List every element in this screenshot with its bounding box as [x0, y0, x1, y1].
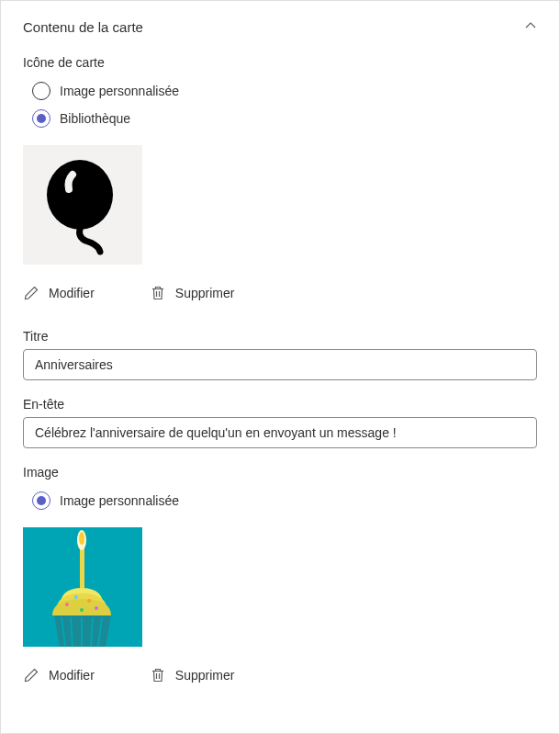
image-label: Image — [23, 465, 537, 480]
header-label: En-tête — [23, 397, 537, 412]
edit-label: Modifier — [49, 286, 95, 300]
svg-point-13 — [95, 606, 98, 610]
svg-point-0 — [47, 160, 113, 230]
edit-icon-button[interactable]: Modifier — [23, 285, 95, 301]
image-preview — [23, 527, 142, 647]
image-section: Image Image personnalisée — [23, 465, 537, 683]
card-icon-label: Icône de carte — [23, 55, 537, 70]
chevron-up-icon[interactable] — [524, 19, 537, 35]
pencil-icon — [23, 285, 39, 301]
svg-point-14 — [80, 608, 84, 612]
svg-rect-2 — [80, 544, 84, 588]
title-input[interactable] — [23, 349, 537, 380]
title-field-group: Titre — [23, 329, 537, 380]
svg-point-12 — [87, 599, 91, 603]
radio-circle — [32, 82, 50, 100]
radio-label-library: Bibliothèque — [60, 111, 130, 126]
edit-image-button[interactable]: Modifier — [23, 667, 95, 683]
delete-label: Supprimer — [175, 286, 235, 300]
radio-dot — [37, 114, 46, 123]
radio-custom-image[interactable]: Image personnalisée — [32, 77, 537, 105]
radio-image-custom[interactable]: Image personnalisée — [32, 487, 537, 514]
image-radio-group: Image personnalisée — [23, 487, 537, 514]
radio-label-custom: Image personnalisée — [60, 84, 179, 98]
header-input[interactable] — [23, 417, 537, 448]
radio-dot — [37, 496, 46, 505]
panel-header: Contenu de la carte — [23, 19, 537, 35]
trash-icon — [150, 285, 166, 301]
panel-title: Contenu de la carte — [23, 19, 143, 35]
cupcake-image — [23, 527, 142, 647]
radio-label-image-custom: Image personnalisée — [60, 493, 179, 508]
pencil-icon — [23, 667, 39, 683]
header-field-group: En-tête — [23, 397, 537, 448]
title-label: Titre — [23, 329, 537, 344]
trash-icon — [150, 667, 166, 683]
radio-library[interactable]: Bibliothèque — [32, 105, 537, 132]
delete-label: Supprimer — [175, 668, 235, 683]
card-icon-radio-group: Image personnalisée Bibliothèque — [23, 77, 537, 132]
icon-action-row: Modifier Supprimer — [23, 285, 537, 301]
svg-point-10 — [65, 603, 69, 606]
radio-circle-selected — [32, 109, 50, 128]
delete-icon-button[interactable]: Supprimer — [150, 285, 235, 301]
icon-preview — [23, 145, 142, 265]
svg-point-11 — [74, 595, 78, 599]
image-action-row: Modifier Supprimer — [23, 667, 537, 683]
balloon-icon — [32, 154, 133, 255]
svg-point-4 — [79, 532, 84, 545]
radio-circle-selected — [32, 491, 50, 510]
edit-label: Modifier — [49, 668, 95, 683]
card-content-panel: Contenu de la carte Icône de carte Image… — [0, 0, 560, 734]
delete-image-button[interactable]: Supprimer — [150, 667, 235, 683]
